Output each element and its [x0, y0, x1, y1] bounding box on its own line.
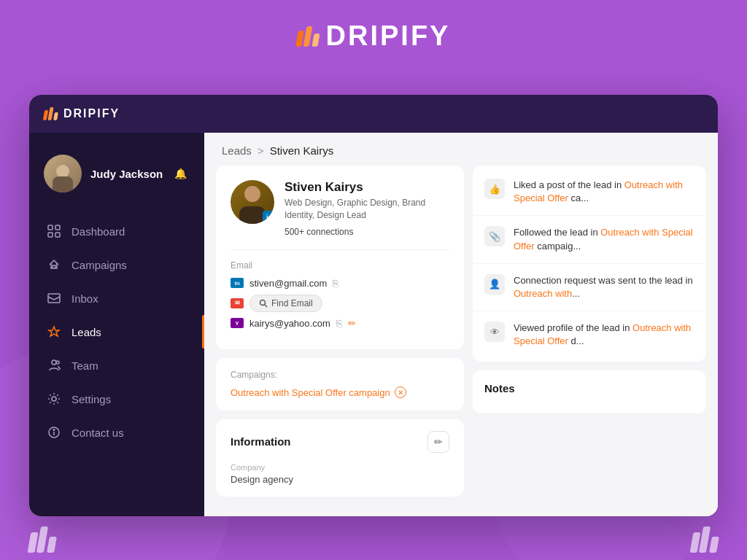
- breadcrumb: Leads > Stiven Kairys: [204, 133, 718, 166]
- find-email-icon: ✉: [231, 298, 244, 308]
- sidebar-item-dashboard[interactable]: Dashboard: [29, 214, 204, 248]
- activity-pre-2: Connection request was sent to the lead …: [514, 275, 693, 286]
- find-email-label: Find Email: [271, 298, 313, 308]
- app-window: DRIPIFY Judy Jackson �: [29, 95, 718, 516]
- email-row-2: Y kairys@yahoo.com ⎘ ✏: [231, 318, 449, 329]
- info-title: Information: [231, 435, 291, 448]
- activity-text-3: Viewed profile of the lead in Outreach w…: [514, 322, 694, 348]
- edit-email-icon[interactable]: ✏: [348, 318, 356, 329]
- left-panel: in Stiven Kairys Web Design, Graphic Des…: [216, 166, 464, 505]
- sidebar-item-label: Contact us: [71, 427, 124, 439]
- svg-marker-5: [49, 327, 59, 336]
- follow-activity-icon: 📎: [484, 226, 505, 246]
- header-logo-icon: [44, 107, 58, 120]
- activity-text-0: Liked a post of the lead in Outreach wit…: [514, 179, 694, 205]
- view-activity-icon: 👁: [484, 322, 505, 342]
- settings-icon: [47, 392, 61, 406]
- lead-roles: Web Design, Graphic Design, Brand Identi…: [285, 197, 449, 222]
- dashboard-icon: [47, 224, 61, 238]
- notification-icon[interactable]: 🔔: [174, 168, 187, 179]
- campaigns-section: Campaigns: Outreach with Special Offer c…: [216, 358, 464, 411]
- email-label: Email: [231, 260, 449, 271]
- activity-item-2: 👤 Connection request was sent to the lea…: [473, 264, 706, 311]
- breadcrumb-current: Stiven Kairys: [270, 144, 334, 157]
- activity-text-2: Connection request was sent to the lead …: [514, 274, 694, 300]
- activity-item-0: 👍 Liked a post of the lead in Outreach w…: [473, 168, 706, 216]
- team-icon: [47, 358, 61, 373]
- email-section: Email in stiven@gmail.com ⎘ ✉: [231, 249, 449, 329]
- svg-rect-3: [55, 233, 60, 237]
- sidebar-item-label: Leads: [71, 326, 101, 338]
- email-address-1: stiven@gmail.com: [249, 278, 327, 289]
- content-area: in Stiven Kairys Web Design, Graphic Des…: [204, 166, 718, 516]
- campaigns-icon: [47, 257, 61, 272]
- copy-icon-1[interactable]: ⎘: [333, 278, 338, 289]
- sidebar-item-campaigns[interactable]: Campaigns: [29, 248, 204, 281]
- sidebar-item-label: Team: [71, 359, 98, 372]
- activity-pre-1: Followed the lead in: [514, 227, 600, 238]
- sidebar-item-leads[interactable]: Leads: [29, 315, 204, 349]
- company-label: Company: [231, 463, 449, 472]
- activity-pre-3: Viewed profile of the lead in: [514, 322, 632, 333]
- svg-rect-2: [48, 233, 53, 237]
- top-logo-text: DRIPIFY: [326, 20, 451, 52]
- yahoo-email-icon: Y: [231, 318, 244, 328]
- header-logo-text: DRIPIFY: [63, 107, 120, 120]
- profile-header: in Stiven Kairys Web Design, Graphic Des…: [231, 180, 449, 238]
- notes-title: Notes: [484, 382, 694, 394]
- linkedin-badge: in: [263, 211, 274, 224]
- info-header: Information ✏: [231, 431, 449, 453]
- find-email-button[interactable]: Find Email: [249, 295, 322, 312]
- breadcrumb-separator: >: [258, 144, 264, 157]
- bottom-decorations: [29, 526, 718, 553]
- breadcrumb-leads[interactable]: Leads: [222, 144, 252, 157]
- user-name: Judy Jackson: [90, 168, 163, 180]
- svg-point-7: [56, 361, 59, 364]
- activity-suffix-2: ...: [572, 288, 580, 299]
- svg-rect-0: [48, 225, 53, 230]
- sidebar-item-label: Settings: [71, 393, 111, 405]
- email-address-2: kairys@yahoo.com: [249, 318, 330, 329]
- header-logo: DRIPIFY: [44, 107, 120, 120]
- profile-card: in Stiven Kairys Web Design, Graphic Des…: [216, 166, 464, 349]
- activity-suffix-1: campaig...: [535, 241, 581, 252]
- campaign-remove-button[interactable]: ✕: [395, 386, 406, 398]
- bottom-stripes-right: [692, 526, 718, 553]
- company-value: Design agency: [231, 474, 449, 485]
- email-row-1: in stiven@gmail.com ⎘: [231, 278, 449, 289]
- svg-point-10: [53, 429, 55, 431]
- top-logo-icon: [297, 26, 319, 47]
- sidebar-item-label: Campaigns: [71, 259, 127, 271]
- activity-card: 👍 Liked a post of the lead in Outreach w…: [473, 166, 706, 362]
- activity-suffix-0: ca...: [568, 192, 589, 203]
- campaigns-label: Campaigns:: [231, 370, 449, 380]
- leads-icon: [47, 324, 61, 339]
- info-edit-button[interactable]: ✏: [427, 431, 449, 453]
- sidebar-item-contact[interactable]: Contact us: [29, 416, 204, 449]
- app-header: DRIPIFY: [29, 95, 718, 133]
- notes-card: Notes: [473, 370, 706, 413]
- main-content: Leads > Stiven Kairys in: [204, 133, 718, 516]
- sidebar-item-inbox[interactable]: Inbox: [29, 281, 204, 315]
- bottom-stripes-left: [29, 526, 55, 553]
- top-logo-area: DRIPIFY: [0, 0, 747, 66]
- sidebar-item-team[interactable]: Team: [29, 349, 204, 382]
- lead-connections: 500+ connections: [285, 227, 353, 237]
- campaign-name: Outreach with Special Offer campaign: [231, 387, 390, 398]
- activity-suffix-3: d...: [568, 335, 584, 346]
- svg-point-11: [260, 300, 266, 305]
- sidebar: Judy Jackson 🔔 Dashboard: [29, 133, 204, 516]
- sidebar-item-label: Dashboard: [71, 225, 125, 238]
- like-activity-icon: 👍: [484, 179, 505, 199]
- activity-link-2: Outreach with: [514, 288, 572, 299]
- nav-items: Dashboard Campaigns: [29, 214, 204, 502]
- app-body: Judy Jackson 🔔 Dashboard: [29, 133, 718, 516]
- campaign-tag: Outreach with Special Offer campaign ✕: [231, 386, 406, 398]
- copy-icon-2[interactable]: ⎘: [336, 318, 342, 329]
- avatar: [44, 155, 82, 192]
- lead-avatar: in: [231, 180, 274, 224]
- sidebar-item-settings[interactable]: Settings: [29, 382, 204, 416]
- activity-item-3: 👁 Viewed profile of the lead in Outreach…: [473, 311, 706, 358]
- activity-item-1: 📎 Followed the lead in Outreach with Spe…: [473, 216, 706, 263]
- info-section: Information ✏ Company Design agency: [216, 419, 464, 497]
